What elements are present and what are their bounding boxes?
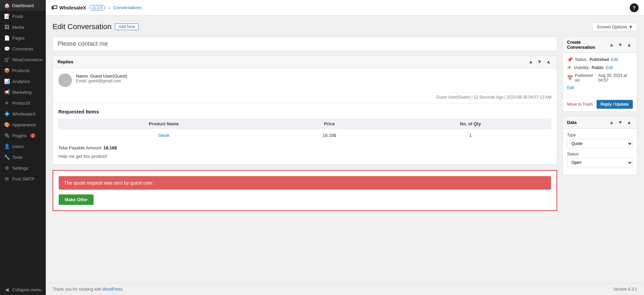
conversation-title-input[interactable] [53, 37, 557, 51]
replies-header: Replies ▲ ▼ ▲ [53, 56, 557, 68]
page-title-row: Edit Conversation Add New [53, 22, 139, 31]
published-edit-link[interactable]: Edit [567, 85, 574, 90]
add-new-button[interactable]: Add New [115, 23, 139, 30]
sidebar-item-dashboard[interactable]: 🏠 Dashboard [0, 0, 46, 11]
footer: Thank you for creating with WordPress. V… [46, 283, 644, 295]
media-icon: 🖼 [4, 24, 9, 30]
sidebar-item-label: Appearance [12, 122, 36, 127]
breadcrumb-arrow: › [109, 5, 110, 10]
sidebar-item-collapse[interactable]: ◀ Collapse menu [0, 284, 46, 295]
sidebar-item-analytics[interactable]: 📊 Analytics [0, 76, 46, 87]
data-panel-up[interactable]: ▲ [608, 119, 615, 126]
sidebar-item-productx[interactable]: ✳ ProductX [0, 98, 46, 108]
settings-icon: ⚙ [4, 165, 9, 171]
type-select[interactable]: Quote Request Inquiry [567, 139, 633, 148]
sidebar-item-label: Media [12, 25, 24, 30]
sidebar-item-label: Dashboard [12, 3, 34, 8]
pages-icon: 📄 [4, 35, 9, 41]
sidebar-item-label: Products [12, 68, 30, 73]
sidebar-item-label: Comments [12, 46, 34, 51]
data-panel-body: Type Quote Request Inquiry Status Open C… [563, 129, 637, 175]
sidebar-item-media[interactable]: 🖼 Media [0, 22, 46, 33]
requested-items-title: Requested Items [58, 109, 551, 114]
visibility-icon: 👁 [567, 65, 572, 70]
post-smtp-icon: ✉ [4, 176, 9, 182]
screen-options-button[interactable]: Screen Options ▼ [592, 23, 637, 31]
sidebar-item-wholesalex[interactable]: 💠 WholesaleX [0, 108, 46, 119]
sidebar-item-posts[interactable]: 📝 Posts [0, 11, 46, 22]
users-icon: 👤 [4, 144, 9, 149]
appearance-icon: 🎨 [4, 122, 9, 127]
sidebar: 🏠 Dashboard 📝 Posts 🖼 Media 📄 Pages 💬 Co… [0, 0, 46, 295]
products-icon: 📦 [4, 68, 9, 73]
col-product: Product Name [58, 119, 269, 129]
plugins-icon: 🔌 [4, 133, 9, 138]
create-conversation-panel-header: Create Conversation ▲ ▼ ▲ [563, 37, 637, 53]
status-edit-link[interactable]: Edit [611, 57, 618, 62]
help-button[interactable]: ? [630, 3, 639, 12]
main-wrap: 🏷 WholesaleX v1.2.8 › Conversations ? Ed… [46, 0, 644, 295]
cell-qty: 1 [389, 129, 551, 142]
sidebar-item-tools[interactable]: 🔧 Tools [0, 152, 46, 163]
sidebar-item-label: Settings [12, 166, 28, 171]
total-row: Total Payable Amount: 18.18$ [58, 145, 551, 150]
replies-toggle[interactable]: ▲ [545, 58, 552, 65]
status-row: 📌 Status: Published Edit [567, 57, 633, 62]
plugins-badge: 2 [30, 133, 36, 138]
panel-toggle-btn[interactable]: ▲ [625, 41, 633, 48]
sidebar-item-appearance[interactable]: 🎨 Appearance [0, 119, 46, 130]
replies-collapse-down[interactable]: ▼ [536, 58, 543, 65]
reply-meta: Guest User(Guest) | 12 Seconds Ago | 202… [53, 93, 557, 103]
collapse-icon: ◀ [4, 287, 9, 292]
replies-collapse-up[interactable]: ▲ [527, 58, 534, 65]
app-name: WholesaleX [59, 5, 86, 10]
status-value: Published [589, 57, 609, 62]
sidebar-item-settings[interactable]: ⚙ Settings [0, 163, 46, 173]
sidebar-item-label: Collapse menu [12, 287, 42, 292]
data-panel-toggle[interactable]: ▲ [625, 119, 633, 126]
sidebar-item-users[interactable]: 👤 Users [0, 141, 46, 152]
requested-items: Requested Items Product Name Price No. o… [53, 103, 557, 164]
sidebar-item-label: Analytics [12, 79, 30, 84]
sidebar-item-products[interactable]: 📦 Products [0, 65, 46, 76]
status-select[interactable]: Open Closed Pending [567, 158, 633, 167]
make-offer-button[interactable]: Make Offer [59, 194, 94, 205]
sidebar-item-label: ProductX [12, 101, 30, 106]
data-panel: Data ▲ ▼ ▲ Type Quote Request Inquiry [563, 116, 637, 175]
replies-section: Replies ▲ ▼ ▲ Name: Guest User(Guest) Em… [53, 55, 557, 165]
page-title: Edit Conversation [53, 22, 112, 31]
data-panel-down[interactable]: ▼ [617, 119, 624, 126]
sidebar-item-label: WholesaleX [12, 111, 36, 117]
breadcrumb-conversations[interactable]: Conversations [113, 5, 141, 10]
sidebar-item-woocommerce[interactable]: 🛒 WooCommerce [0, 54, 46, 65]
alert-box: The quote request was sent by guest user… [59, 176, 551, 190]
published-edit-row: Edit [567, 85, 633, 90]
topbar: 🏷 WholesaleX v1.2.8 › Conversations ? [46, 0, 644, 16]
wordpress-link[interactable]: WordPress [102, 287, 122, 292]
panel-down-btn[interactable]: ▼ [617, 41, 624, 48]
sidebar-item-comments[interactable]: 💬 Comments [0, 43, 46, 54]
tools-icon: 🔧 [4, 154, 9, 160]
panel-up-btn[interactable]: ▲ [608, 41, 615, 48]
published-value: Aug 30, 2023 at 04:57 [598, 73, 633, 83]
status-label: Status: [575, 57, 587, 62]
product-link[interactable]: Steak [158, 133, 170, 138]
reply-update-button[interactable]: Reply / Update [597, 100, 633, 109]
move-to-trash-link[interactable]: Move to Trash [567, 102, 593, 107]
screen-options-label: Screen Options [597, 24, 627, 29]
cell-product: Steak [58, 129, 269, 142]
published-label: Published on: [575, 73, 596, 83]
status-icon: 📌 [567, 57, 573, 62]
sidebar-item-pages[interactable]: 📄 Pages [0, 33, 46, 43]
page-header: Edit Conversation Add New Screen Options… [53, 22, 637, 31]
version-badge[interactable]: v1.2.8 [90, 5, 105, 10]
replies-controls: ▲ ▼ ▲ [527, 58, 552, 65]
visibility-edit-link[interactable]: Edit [606, 65, 613, 70]
sidebar-item-marketing[interactable]: 📢 Marketing [0, 87, 46, 98]
total-label: Total Payable Amount: [58, 145, 102, 150]
sidebar-item-post-smtp[interactable]: ✉ Post SMTP [0, 173, 46, 184]
data-panel-title: Data [567, 120, 577, 125]
sidebar-item-plugins[interactable]: 🔌 Plugins 2 [0, 130, 46, 141]
sidebar-item-label: Posts [12, 14, 23, 19]
posts-icon: 📝 [4, 14, 9, 19]
